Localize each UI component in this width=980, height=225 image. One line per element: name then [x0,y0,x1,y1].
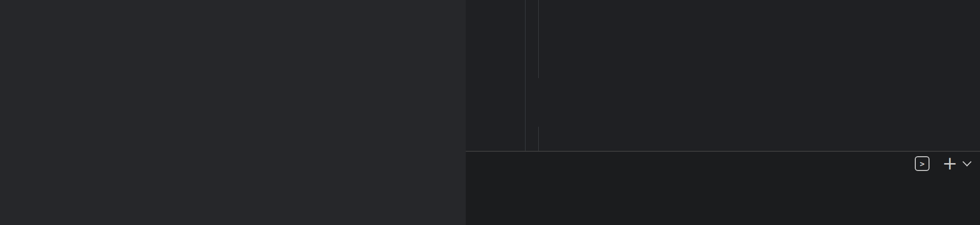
new-terminal-button[interactable]: + [942,157,957,170]
vscode-window: > + [0,0,980,225]
indent-guide [525,0,526,151]
panel-controls: > + [915,152,970,175]
explorer-sidebar [0,0,466,225]
indent-guide [538,127,539,151]
indent-guide [538,0,539,78]
bottom-panel: > + [466,151,980,225]
code-editor[interactable] [466,0,980,151]
terminal-profile-icon[interactable]: > [915,156,930,171]
terminal-dropdown-chevron-icon[interactable] [962,157,971,166]
